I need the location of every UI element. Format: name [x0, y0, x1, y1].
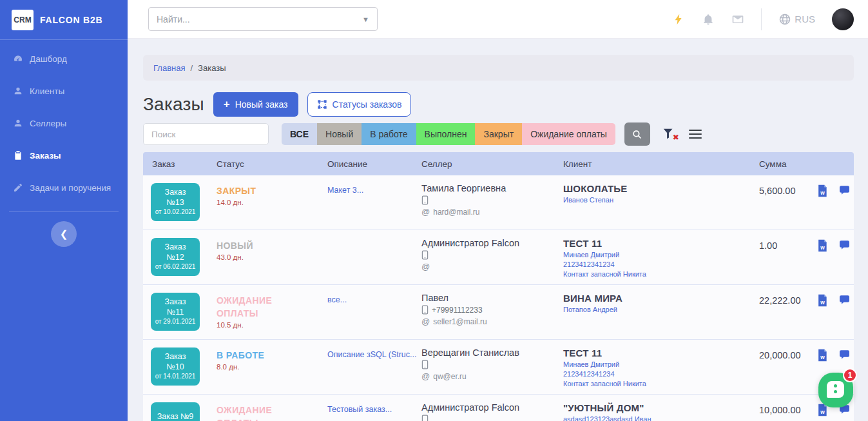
client-contacts[interactable]: Минаев Дмитрий2123412341234Контакт запас…: [563, 250, 758, 279]
messenger-widget-button[interactable]: 1: [818, 373, 853, 407]
topbar-divider: [761, 8, 762, 30]
orders-search-input[interactable]: [143, 123, 269, 145]
order-sum: 5,600.00: [758, 183, 815, 196]
user-avatar[interactable]: [832, 8, 854, 30]
crm-logo: CRM: [12, 10, 34, 30]
sidebar-item-sellers[interactable]: Селлеры: [0, 107, 128, 139]
word-document-icon[interactable]: w: [816, 294, 828, 307]
seller-email: @ qw@er.ru: [421, 371, 562, 381]
chat-icon[interactable]: [838, 184, 851, 196]
client-contacts[interactable]: asdasd123123asdasd Иван: [563, 415, 758, 421]
global-search-input[interactable]: [157, 14, 362, 24]
client-name: ВИНА МИРА: [563, 293, 758, 304]
chat-icon[interactable]: [838, 349, 851, 360]
sidebar-item-orders[interactable]: Заказы: [0, 139, 128, 171]
at-icon: @: [421, 317, 430, 326]
language-switcher[interactable]: RUS: [778, 13, 815, 26]
seller-name: Администратор Falcon: [421, 402, 562, 413]
order-number-badge[interactable]: Заказ№11от 29.01.2021: [151, 293, 200, 331]
table-row: Заказ№10от 14.01.2021 В РАБОТЕ 8.0 дн. О…: [143, 340, 854, 395]
hamburger-icon[interactable]: [689, 127, 702, 141]
seller-phone: [421, 195, 562, 205]
seller-email: @ seller1@mail.ru: [421, 317, 562, 326]
tasks-icon: [13, 182, 23, 193]
table-row: Заказ№12от 06.02.2021 НОВЫЙ 43.0 дн. Адм…: [143, 230, 854, 285]
client-name: ТЕСТ 11: [563, 238, 758, 249]
status-label: ОЖИДАНИЕ ОПЛАТЫ: [217, 294, 291, 320]
seller-email: @: [421, 262, 562, 271]
description-link[interactable]: все...: [327, 295, 347, 304]
seller-email: @ hard@mail.ru: [421, 207, 562, 217]
search-icon: [632, 129, 642, 140]
topbar: ▼ RUS: [128, 0, 868, 39]
column-header: Заказ: [143, 159, 215, 169]
chat-icon[interactable]: [838, 294, 851, 306]
column-header: Селлер: [420, 159, 562, 169]
sidebar-item-tasks[interactable]: Задачи и поручения: [0, 171, 128, 204]
svg-text:w: w: [820, 354, 825, 360]
order-number-badge[interactable]: Заказ№13от 10.02.2021: [151, 183, 200, 221]
client-contacts[interactable]: Минаев Дмитрий2123412341234Контакт запас…: [563, 360, 758, 389]
svg-text:w: w: [820, 190, 825, 196]
seller-name: Тамила Георгиевна: [421, 183, 562, 193]
new-order-button[interactable]: + Новый заказ: [213, 92, 298, 117]
client-name: ШОКОЛАТЬЕ: [563, 183, 758, 194]
client-name: "УЮТНЫЙ ДОМ": [563, 402, 758, 413]
column-header: Клиент: [562, 159, 758, 169]
seller-phone: +79991112233: [421, 305, 562, 315]
description-link[interactable]: Макет 3...: [327, 186, 363, 195]
mobile-phone-icon: [421, 250, 429, 260]
description-link[interactable]: Описание зSQL (Struc...: [327, 350, 417, 359]
status-days: 10.5 дн.: [217, 321, 326, 329]
seller-name: Администратор Falcon: [421, 238, 562, 248]
column-header: Описание: [326, 159, 420, 169]
filter-all-button[interactable]: ВСЕ: [282, 123, 317, 145]
sidebar-collapse-button[interactable]: ❮: [51, 221, 77, 247]
breadcrumb-home-link[interactable]: Главная: [153, 63, 185, 73]
table-header: Заказ Статус Описание Селлер Клиент Сумм…: [143, 152, 854, 175]
envelope-icon[interactable]: [731, 13, 744, 26]
word-document-icon[interactable]: w: [816, 349, 828, 362]
sidebar-item-clients[interactable]: Клиенты: [0, 75, 128, 107]
table-row: Заказ №9от 13.01.2021 ОЖИДАНИЕ ОПЛАТЫ Те…: [143, 395, 854, 421]
sellers-icon: [13, 118, 23, 128]
sidebar-menu: Дашборд Клиенты Селлеры Заказы Задачи и …: [0, 40, 128, 204]
plus-icon: +: [224, 98, 230, 111]
svg-text:w: w: [820, 299, 825, 306]
global-search-select[interactable]: ▼: [148, 7, 378, 31]
word-document-icon[interactable]: w: [816, 184, 828, 197]
apply-search-button[interactable]: [624, 122, 650, 146]
mobile-phone-icon: [421, 415, 429, 421]
order-number-badge[interactable]: Заказ №9от 13.01.2021: [151, 402, 200, 421]
order-statuses-button[interactable]: Статусы заказов: [307, 92, 412, 117]
clear-filter-button[interactable]: ✖: [662, 126, 677, 142]
client-contacts[interactable]: Иванов Степан: [563, 195, 758, 205]
order-number-badge[interactable]: Заказ№12от 06.02.2021: [151, 238, 200, 276]
filter-done-button[interactable]: Выполнен: [416, 123, 476, 145]
chevron-down-icon: ▼: [362, 15, 369, 23]
filter-closed-button[interactable]: Закрыт: [475, 123, 522, 145]
column-header: Сумма: [758, 159, 815, 169]
svg-text:w: w: [820, 244, 825, 251]
vector-square-icon: [317, 99, 327, 110]
sidebar-item-dashboard[interactable]: Дашборд: [0, 43, 128, 75]
main-content: Главная / Заказы Заказы + Новый заказ Ст…: [128, 39, 868, 421]
seller-name: Верещагин Станислав: [421, 348, 562, 358]
filter-new-button[interactable]: Новый: [317, 123, 362, 145]
bell-icon[interactable]: [702, 13, 715, 26]
brand-header[interactable]: CRM FALCON B2B: [0, 0, 128, 40]
client-contacts[interactable]: Потапов Андрей: [563, 305, 758, 315]
svg-text:w: w: [820, 409, 825, 415]
notification-badge: 1: [843, 368, 857, 382]
filter-inwork-button[interactable]: В работе: [362, 123, 416, 145]
word-document-icon[interactable]: w: [816, 239, 828, 252]
order-number-badge[interactable]: Заказ№10от 14.01.2021: [151, 348, 200, 386]
filter-waiting-button[interactable]: Ожидание оплаты: [522, 123, 615, 145]
page-title: Заказы: [143, 94, 204, 115]
sidebar: CRM FALCON B2B Дашборд Клиенты Селлеры З…: [0, 0, 128, 421]
lightning-icon[interactable]: [672, 13, 685, 26]
description-link[interactable]: Тестовый заказ...: [327, 405, 392, 414]
at-icon: @: [421, 262, 430, 271]
dashboard-icon: [13, 54, 23, 64]
chat-icon[interactable]: [838, 239, 851, 251]
